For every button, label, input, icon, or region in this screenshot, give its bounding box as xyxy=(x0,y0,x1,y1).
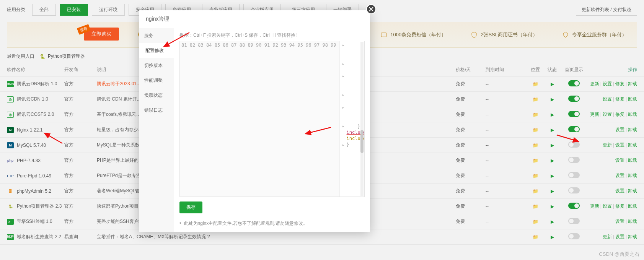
editor-hint: 提示：Ctrl+F 搜索关键字，Ctrl+S 保存，Ctrl+H 查找替换! xyxy=(179,32,365,39)
config-editor[interactable]: 81 82 83 84 85 86 87 88 89 90 91 92 93 9… xyxy=(179,41,365,197)
modal-close-button[interactable] xyxy=(366,4,376,14)
nginx-modal: nginx管理 服务配置修改切换版本性能调整负载状态错误日志 提示：Ctrl+F… xyxy=(139,10,370,232)
side-tab-1[interactable]: 配置修改 xyxy=(139,43,174,58)
editor-scrollbar[interactable] xyxy=(360,42,364,196)
side-tab-5[interactable]: 错误日志 xyxy=(139,103,174,118)
modal-side-tabs: 服务配置修改切换版本性能调整负载状态错误日志 xyxy=(139,28,174,232)
side-tab-0[interactable]: 服务 xyxy=(139,28,174,43)
modal-title: nginx管理 xyxy=(139,10,370,28)
side-tab-3[interactable]: 性能调整 xyxy=(139,73,174,88)
save-button[interactable]: 保存 xyxy=(179,202,202,213)
watermark: CSDN @西夏之石 xyxy=(599,251,639,258)
side-tab-4[interactable]: 负载状态 xyxy=(139,88,174,103)
side-tab-2[interactable]: 切换版本 xyxy=(139,58,174,73)
close-icon xyxy=(369,7,373,11)
config-note: 此处为nginx主配置文件,若您不了解配置规则,请勿随意修改。 xyxy=(179,220,365,227)
